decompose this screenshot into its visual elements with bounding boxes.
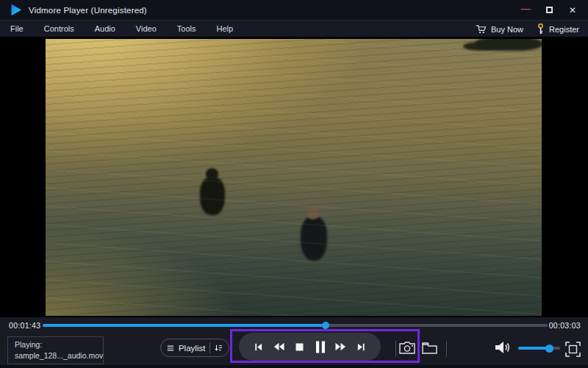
pause-button[interactable] [312, 336, 329, 358]
playlist-label: Playlist [179, 344, 205, 353]
next-button[interactable] [353, 336, 370, 358]
menu-item-help[interactable]: Help [206, 21, 243, 37]
close-icon: ✕ [569, 5, 576, 15]
rewind-icon [273, 342, 284, 351]
buy-now-button[interactable]: Buy Now [476, 24, 523, 35]
volume-thumb[interactable] [545, 344, 553, 353]
seek-fill [43, 324, 326, 327]
elapsed-time: 00:01:43 [9, 321, 40, 330]
open-folder-button[interactable] [420, 338, 439, 357]
total-time: 00:03:03 [549, 321, 581, 330]
snapshot-button[interactable] [398, 338, 417, 357]
vidmore-player-window: Vidmore Player (Unregistered) — ✕ File C… [0, 0, 588, 368]
fullscreen-button[interactable] [563, 339, 582, 358]
water-texture [46, 39, 542, 316]
maximize-button[interactable] [541, 2, 557, 18]
pause-icon [315, 341, 326, 353]
folder-icon [422, 342, 437, 354]
progress-row: 00:01:43 00:03:03 [0, 317, 588, 332]
seek-bar[interactable] [43, 324, 548, 327]
stop-button[interactable] [290, 336, 308, 358]
now-playing-file: sample_128..._audio.mov [15, 350, 96, 361]
transport-controls [239, 333, 381, 361]
menu-item-audio[interactable]: Audio [85, 21, 126, 37]
key-icon [537, 24, 545, 35]
speaker-icon [494, 340, 512, 355]
hamburger-icon [167, 344, 174, 352]
minimize-button[interactable]: — [517, 2, 534, 18]
maximize-icon [546, 7, 553, 13]
register-label: Register [549, 25, 579, 34]
video-surface[interactable] [46, 39, 542, 316]
previous-button[interactable] [249, 336, 267, 358]
play-logo-icon [10, 4, 22, 16]
now-playing-label: Playing: [15, 339, 96, 350]
playlist-button[interactable]: Playlist [160, 339, 229, 357]
now-playing-box: Playing: sample_128..._audio.mov [7, 336, 104, 364]
camera-icon [399, 341, 415, 354]
fast-forward-icon [335, 342, 346, 351]
window-bottom-edge [0, 365, 588, 368]
volume-fill [518, 347, 549, 350]
register-button[interactable]: Register [537, 24, 579, 35]
fast-forward-button[interactable] [332, 336, 350, 358]
previous-icon [254, 342, 263, 352]
minimize-icon: — [521, 3, 531, 14]
separator [395, 341, 396, 357]
stop-icon [295, 343, 304, 351]
close-button[interactable]: ✕ [564, 2, 581, 18]
pill-divider [209, 342, 210, 353]
separator [446, 341, 447, 357]
menu-item-controls[interactable]: Controls [34, 21, 85, 37]
control-bar: Playing: sample_128..._audio.mov Playlis… [0, 332, 588, 365]
playlist-order-icon[interactable] [215, 344, 223, 353]
volume-button[interactable] [493, 338, 512, 357]
rewind-button[interactable] [270, 336, 287, 358]
fullscreen-icon [565, 342, 581, 357]
buy-now-label: Buy Now [491, 25, 523, 34]
window-title: Vidmore Player (Unregistered) [29, 6, 147, 15]
cart-icon [476, 24, 487, 35]
seek-thumb[interactable] [322, 322, 329, 329]
menu-bar: File Controls Audio Video Tools Help Buy… [0, 20, 588, 37]
menu-item-file[interactable]: File [0, 21, 34, 37]
volume-slider[interactable] [518, 347, 560, 350]
next-icon [356, 342, 366, 352]
menu-item-video[interactable]: Video [126, 21, 167, 37]
menu-item-tools[interactable]: Tools [167, 21, 207, 37]
video-region [0, 37, 588, 317]
title-bar: Vidmore Player (Unregistered) — ✕ [0, 0, 588, 20]
